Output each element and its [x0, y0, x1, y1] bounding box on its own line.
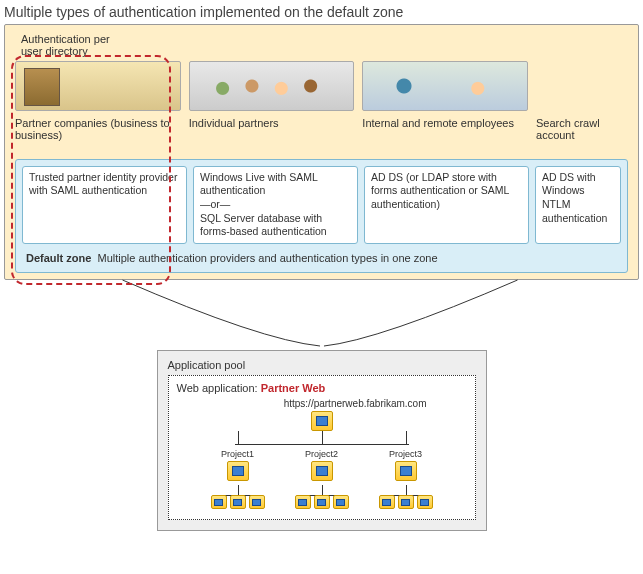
partner-companies-image	[15, 61, 181, 111]
tree-line	[406, 485, 407, 495]
col-label: Partner companies (business to business)	[15, 117, 181, 145]
subsite-icon	[333, 495, 349, 509]
auth-box-search: AD DS with Windows NTLM authentication	[535, 166, 621, 244]
col-partner: Partner companies (business to business)	[15, 61, 181, 149]
col-label: Search crawl account	[536, 117, 628, 145]
connector-lines	[4, 280, 639, 350]
col-label: Individual partners	[189, 117, 355, 145]
col-label: Internal and remote employees	[362, 117, 528, 145]
root-site-icon	[311, 411, 333, 431]
subsite-icon	[211, 495, 227, 509]
project-label: Project3	[387, 449, 424, 459]
diagram-title: Multiple types of authentication impleme…	[4, 4, 639, 20]
individual-partners-image	[189, 61, 355, 111]
subsite-icon	[314, 495, 330, 509]
project-label: Project2	[303, 449, 340, 459]
leaf-row	[379, 495, 433, 509]
auth-panel: Authentication per user directory Partne…	[4, 24, 639, 280]
auth-box-internal: AD DS (or LDAP store with forms authenti…	[364, 166, 529, 244]
application-pool: Application pool Web application: Partne…	[157, 350, 487, 531]
web-application: Web application: Partner Web https://par…	[168, 375, 476, 520]
internal-employees-image	[362, 61, 528, 111]
app-pool-title: Application pool	[168, 359, 476, 371]
project-node: Project3	[379, 449, 433, 509]
leaf-row	[295, 495, 349, 509]
web-app-url: https://partnerweb.fabrikam.com	[284, 398, 427, 409]
auth-boxes-row: Trusted partner identity provider with S…	[22, 166, 621, 244]
subsite-icon	[417, 495, 433, 509]
web-app-title: Web application: Partner Web	[177, 382, 467, 394]
panel-subtitle: Authentication per user directory	[21, 33, 121, 57]
web-app-label: Web application:	[177, 382, 258, 394]
subsite-icon	[249, 495, 265, 509]
user-directory-columns: Partner companies (business to business)…	[15, 61, 628, 149]
col-search: Search crawl account	[536, 117, 628, 149]
site-icon	[311, 461, 333, 481]
auth-box-individual: Windows Live with SAML authentication —o…	[193, 166, 358, 244]
subsite-icon	[295, 495, 311, 509]
tree-line	[238, 485, 239, 495]
tree-line	[322, 485, 323, 495]
tree-line	[322, 431, 323, 445]
project-node: Project1	[211, 449, 265, 509]
site-icon	[395, 461, 417, 481]
zone-caption: Default zone Multiple authentication pro…	[22, 250, 621, 266]
tree-line	[238, 431, 239, 445]
site-icon	[227, 461, 249, 481]
default-zone: Trusted partner identity provider with S…	[15, 159, 628, 273]
col-internal: Internal and remote employees	[362, 61, 528, 149]
subsite-icon	[379, 495, 395, 509]
zone-desc: Multiple authentication providers and au…	[98, 252, 438, 264]
project-node: Project2	[295, 449, 349, 509]
zone-name: Default zone	[26, 252, 91, 264]
web-app-name: Partner Web	[261, 382, 326, 394]
col-individual: Individual partners	[189, 61, 355, 149]
auth-box-partner: Trusted partner identity provider with S…	[22, 166, 187, 244]
site-tree: https://partnerweb.fabrikam.com Project1	[177, 398, 467, 509]
project-row: Project1 Project2	[211, 449, 433, 509]
tree-line	[406, 431, 407, 445]
subsite-icon	[398, 495, 414, 509]
project-label: Project1	[219, 449, 256, 459]
subsite-icon	[230, 495, 246, 509]
leaf-row	[211, 495, 265, 509]
